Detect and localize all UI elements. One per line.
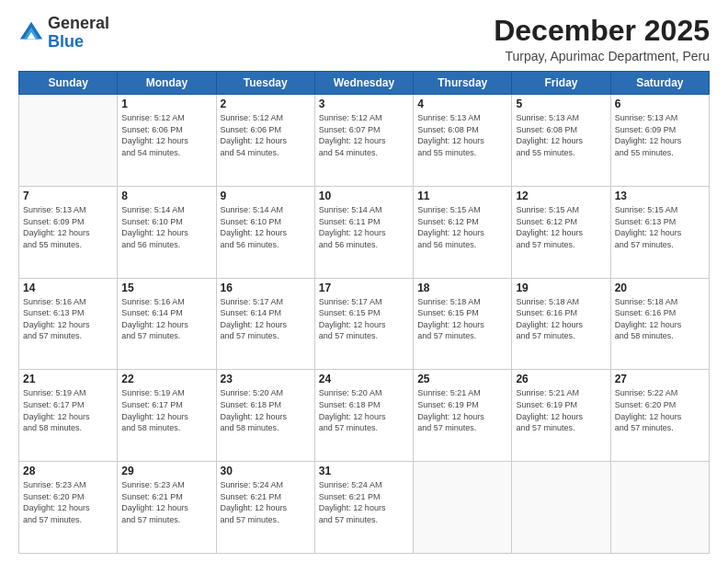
cell-info: Sunrise: 5:19 AM Sunset: 6:17 PM Dayligh… [23,387,113,433]
day-number: 26 [516,373,606,385]
day-number: 8 [121,190,211,202]
cell-info: Sunrise: 5:13 AM Sunset: 6:09 PM Dayligh… [615,112,705,158]
calendar-cell: 2Sunrise: 5:12 AM Sunset: 6:06 PM Daylig… [216,95,314,187]
cell-info: Sunrise: 5:14 AM Sunset: 6:11 PM Dayligh… [319,204,409,250]
day-number: 4 [417,98,507,110]
location-subtitle: Turpay, Apurimac Department, Peru [494,49,710,63]
title-area: December 2025 Turpay, Apurimac Departmen… [494,15,710,63]
day-number: 21 [23,373,113,385]
calendar-cell: 12Sunrise: 5:15 AM Sunset: 6:12 PM Dayli… [512,186,610,278]
calendar-cell: 18Sunrise: 5:18 AM Sunset: 6:15 PM Dayli… [414,278,512,370]
cell-info: Sunrise: 5:22 AM Sunset: 6:20 PM Dayligh… [615,387,705,433]
cell-info: Sunrise: 5:15 AM Sunset: 6:13 PM Dayligh… [615,204,705,250]
day-number: 17 [319,282,409,294]
calendar-table: SundayMondayTuesdayWednesdayThursdayFrid… [18,71,710,554]
calendar-cell: 27Sunrise: 5:22 AM Sunset: 6:20 PM Dayli… [610,370,709,462]
day-number: 25 [417,373,507,385]
calendar-cell: 11Sunrise: 5:15 AM Sunset: 6:12 PM Dayli… [414,186,512,278]
day-number: 20 [615,282,705,294]
cell-info: Sunrise: 5:16 AM Sunset: 6:13 PM Dayligh… [23,296,113,342]
calendar-day-header: Saturday [610,72,709,95]
calendar-cell: 1Sunrise: 5:12 AM Sunset: 6:06 PM Daylig… [118,95,216,187]
calendar-day-header: Friday [512,72,610,95]
cell-info: Sunrise: 5:21 AM Sunset: 6:19 PM Dayligh… [417,387,507,433]
calendar-cell: 21Sunrise: 5:19 AM Sunset: 6:17 PM Dayli… [19,370,118,462]
calendar-cell [512,462,610,554]
cell-info: Sunrise: 5:18 AM Sunset: 6:16 PM Dayligh… [615,296,705,342]
calendar-cell: 31Sunrise: 5:24 AM Sunset: 6:21 PM Dayli… [314,462,413,554]
calendar-week-row: 1Sunrise: 5:12 AM Sunset: 6:06 PM Daylig… [19,95,710,187]
day-number: 28 [23,465,113,477]
calendar-cell: 23Sunrise: 5:20 AM Sunset: 6:18 PM Dayli… [216,370,314,462]
calendar-cell: 9Sunrise: 5:14 AM Sunset: 6:10 PM Daylig… [216,186,314,278]
calendar-week-row: 28Sunrise: 5:23 AM Sunset: 6:20 PM Dayli… [19,462,710,554]
calendar-day-header: Wednesday [314,72,413,95]
day-number: 2 [221,98,311,110]
calendar-cell: 22Sunrise: 5:19 AM Sunset: 6:17 PM Dayli… [118,370,216,462]
cell-info: Sunrise: 5:21 AM Sunset: 6:19 PM Dayligh… [516,387,606,433]
cell-info: Sunrise: 5:18 AM Sunset: 6:15 PM Dayligh… [417,296,507,342]
day-number: 7 [23,190,113,202]
month-title: December 2025 [494,15,710,47]
day-number: 1 [121,98,211,110]
calendar-cell: 28Sunrise: 5:23 AM Sunset: 6:20 PM Dayli… [19,462,118,554]
day-number: 15 [121,282,211,294]
cell-info: Sunrise: 5:20 AM Sunset: 6:18 PM Dayligh… [319,387,409,433]
calendar-day-header: Tuesday [216,72,314,95]
day-number: 5 [516,98,606,110]
day-number: 11 [417,190,507,202]
calendar-cell: 25Sunrise: 5:21 AM Sunset: 6:19 PM Dayli… [414,370,512,462]
calendar-week-row: 7Sunrise: 5:13 AM Sunset: 6:09 PM Daylig… [19,186,710,278]
calendar-cell: 5Sunrise: 5:13 AM Sunset: 6:08 PM Daylig… [512,95,610,187]
logo-icon [18,20,44,46]
day-number: 24 [319,373,409,385]
cell-info: Sunrise: 5:20 AM Sunset: 6:18 PM Dayligh… [221,387,311,433]
calendar-cell: 30Sunrise: 5:24 AM Sunset: 6:21 PM Dayli… [216,462,314,554]
logo-text: General Blue [48,15,109,52]
calendar-cell: 6Sunrise: 5:13 AM Sunset: 6:09 PM Daylig… [610,95,709,187]
calendar-cell: 20Sunrise: 5:18 AM Sunset: 6:16 PM Dayli… [610,278,709,370]
calendar-cell: 7Sunrise: 5:13 AM Sunset: 6:09 PM Daylig… [19,186,118,278]
cell-info: Sunrise: 5:12 AM Sunset: 6:06 PM Dayligh… [121,112,211,158]
cell-info: Sunrise: 5:16 AM Sunset: 6:14 PM Dayligh… [121,296,211,342]
calendar-cell: 13Sunrise: 5:15 AM Sunset: 6:13 PM Dayli… [610,186,709,278]
cell-info: Sunrise: 5:14 AM Sunset: 6:10 PM Dayligh… [121,204,211,250]
cell-info: Sunrise: 5:23 AM Sunset: 6:20 PM Dayligh… [23,479,113,525]
cell-info: Sunrise: 5:14 AM Sunset: 6:10 PM Dayligh… [221,204,311,250]
day-number: 12 [516,190,606,202]
calendar-cell: 19Sunrise: 5:18 AM Sunset: 6:16 PM Dayli… [512,278,610,370]
cell-info: Sunrise: 5:24 AM Sunset: 6:21 PM Dayligh… [319,479,409,525]
day-number: 22 [121,373,211,385]
cell-info: Sunrise: 5:17 AM Sunset: 6:15 PM Dayligh… [319,296,409,342]
calendar-header-row: SundayMondayTuesdayWednesdayThursdayFrid… [19,72,710,95]
cell-info: Sunrise: 5:12 AM Sunset: 6:07 PM Dayligh… [319,112,409,158]
cell-info: Sunrise: 5:19 AM Sunset: 6:17 PM Dayligh… [121,387,211,433]
calendar-cell: 3Sunrise: 5:12 AM Sunset: 6:07 PM Daylig… [314,95,413,187]
calendar-cell: 16Sunrise: 5:17 AM Sunset: 6:14 PM Dayli… [216,278,314,370]
logo: General Blue [18,15,109,52]
logo-general-text: General [48,14,109,32]
day-number: 18 [417,282,507,294]
calendar-week-row: 21Sunrise: 5:19 AM Sunset: 6:17 PM Dayli… [19,370,710,462]
day-number: 27 [615,373,705,385]
cell-info: Sunrise: 5:15 AM Sunset: 6:12 PM Dayligh… [516,204,606,250]
cell-info: Sunrise: 5:15 AM Sunset: 6:12 PM Dayligh… [417,204,507,250]
calendar-cell [414,462,512,554]
cell-info: Sunrise: 5:24 AM Sunset: 6:21 PM Dayligh… [221,479,311,525]
calendar-cell: 24Sunrise: 5:20 AM Sunset: 6:18 PM Dayli… [314,370,413,462]
day-number: 31 [319,465,409,477]
calendar-cell: 26Sunrise: 5:21 AM Sunset: 6:19 PM Dayli… [512,370,610,462]
logo-blue-text: Blue [48,32,84,51]
calendar-cell: 8Sunrise: 5:14 AM Sunset: 6:10 PM Daylig… [118,186,216,278]
cell-info: Sunrise: 5:13 AM Sunset: 6:09 PM Dayligh… [23,204,113,250]
calendar-cell: 17Sunrise: 5:17 AM Sunset: 6:15 PM Dayli… [314,278,413,370]
calendar-cell [19,95,118,187]
day-number: 16 [221,282,311,294]
calendar-day-header: Monday [118,72,216,95]
calendar-cell: 29Sunrise: 5:23 AM Sunset: 6:21 PM Dayli… [118,462,216,554]
day-number: 10 [319,190,409,202]
calendar-cell: 4Sunrise: 5:13 AM Sunset: 6:08 PM Daylig… [414,95,512,187]
calendar-cell: 10Sunrise: 5:14 AM Sunset: 6:11 PM Dayli… [314,186,413,278]
calendar-cell: 14Sunrise: 5:16 AM Sunset: 6:13 PM Dayli… [19,278,118,370]
day-number: 3 [319,98,409,110]
